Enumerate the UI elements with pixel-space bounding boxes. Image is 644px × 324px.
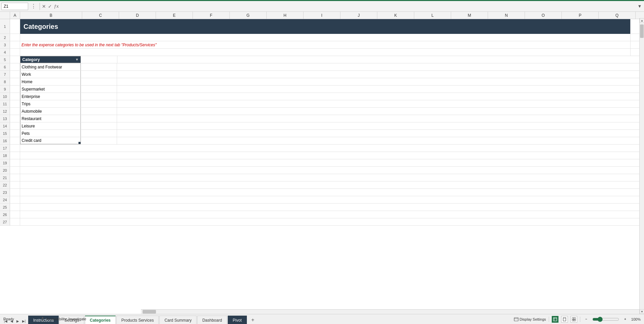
cell-rest-25[interactable] xyxy=(20,204,641,211)
row-num-4[interactable]: 4 xyxy=(0,49,10,56)
row-num-9[interactable]: 9 xyxy=(0,86,10,93)
cell-C6[interactable] xyxy=(81,63,117,70)
cell-A11[interactable] xyxy=(10,100,20,107)
cell-B14[interactable]: Leisure xyxy=(20,122,81,129)
cell-reference-box[interactable] xyxy=(1,3,28,10)
cell-rest-14[interactable] xyxy=(117,122,644,129)
col-header-M[interactable]: M xyxy=(451,12,488,19)
accessibility-text[interactable]: Accessibility: Investigate xyxy=(46,317,86,321)
cell-C11[interactable] xyxy=(81,100,117,107)
cell-rest-17[interactable] xyxy=(20,145,641,152)
cell-C16[interactable] xyxy=(81,137,117,144)
scroll-down-arrow[interactable]: ▼ xyxy=(640,309,644,314)
cell-B15[interactable]: Pets xyxy=(20,130,81,137)
cell-A27[interactable] xyxy=(10,218,20,225)
cell-B3-instruction[interactable]: Enter the expense categories to be used … xyxy=(20,41,631,48)
cell-rest-22[interactable] xyxy=(20,181,641,188)
cell-rest-7[interactable] xyxy=(117,71,644,78)
tab-dashboard[interactable]: Dashboard xyxy=(197,316,227,324)
col-header-R[interactable]: R xyxy=(636,12,644,19)
cell-A4[interactable] xyxy=(10,49,20,56)
normal-view-button[interactable] xyxy=(552,316,558,323)
page-break-view-button[interactable] xyxy=(571,316,577,323)
row-num-24[interactable]: 24 xyxy=(0,196,10,203)
cell-A15[interactable] xyxy=(10,130,20,137)
cell-A1[interactable] xyxy=(10,19,20,34)
col-header-L[interactable]: L xyxy=(414,12,451,19)
tab-pivot[interactable]: Pivot xyxy=(228,316,247,324)
cell-C7[interactable] xyxy=(81,71,117,78)
tab-scroll-right-icon[interactable]: ▶ xyxy=(15,318,21,324)
scroll-up-arrow[interactable]: ▲ xyxy=(640,18,644,23)
tab-categories[interactable]: Categories xyxy=(85,316,116,324)
cell-rest-9[interactable] xyxy=(117,86,644,93)
cell-C14[interactable] xyxy=(81,122,117,129)
row-num-21[interactable]: 21 xyxy=(0,174,10,181)
row-num-1[interactable]: 1 xyxy=(0,19,10,34)
row-num-27[interactable]: 27 xyxy=(0,218,10,225)
cell-C9[interactable] xyxy=(81,86,117,93)
col-header-E[interactable]: E xyxy=(156,12,193,19)
zoom-level[interactable]: 100% xyxy=(631,317,641,321)
row-num-8[interactable]: 8 xyxy=(0,78,10,85)
cell-A24[interactable] xyxy=(10,196,20,203)
row-num-5[interactable]: 5 xyxy=(0,56,10,63)
cell-C15[interactable] xyxy=(81,130,117,137)
col-header-P[interactable]: P xyxy=(562,12,599,19)
cell-rest-21[interactable] xyxy=(20,174,641,181)
cell-rest-19[interactable] xyxy=(20,159,641,166)
col-header-I[interactable]: I xyxy=(304,12,340,19)
cell-rest-15[interactable] xyxy=(117,130,644,137)
cell-C8[interactable] xyxy=(81,78,117,85)
cell-rest-12[interactable] xyxy=(117,108,644,115)
cell-A22[interactable] xyxy=(10,181,20,188)
col-header-G[interactable]: G xyxy=(230,12,267,19)
row-num-11[interactable]: 11 xyxy=(0,100,10,107)
cell-rest-23[interactable] xyxy=(20,189,641,196)
col-header-F[interactable]: F xyxy=(193,12,230,19)
cell-A18[interactable] xyxy=(10,152,20,159)
row-num-6[interactable]: 6 xyxy=(0,63,10,70)
cell-A9[interactable] xyxy=(10,86,20,93)
cell-B6[interactable]: Clothing and Footwear xyxy=(20,63,81,70)
tab-card-summary[interactable]: Card Summary xyxy=(159,316,197,324)
page-layout-view-button[interactable] xyxy=(561,316,568,323)
cell-A5[interactable] xyxy=(10,56,20,63)
cell-A19[interactable] xyxy=(10,159,20,166)
cell-A7[interactable] xyxy=(10,71,20,78)
cell-B11[interactable]: Trips xyxy=(20,100,81,107)
cell-A20[interactable] xyxy=(10,167,20,174)
cell-rest-27[interactable] xyxy=(20,218,641,225)
row-num-14[interactable]: 14 xyxy=(0,122,10,129)
cell-rest-6[interactable] xyxy=(117,63,644,70)
cell-B8[interactable]: Home xyxy=(20,78,81,85)
row-num-22[interactable]: 22 xyxy=(0,181,10,188)
cell-A12[interactable] xyxy=(10,108,20,115)
row-num-12[interactable]: 12 xyxy=(0,108,10,115)
cell-B2[interactable] xyxy=(20,34,631,41)
row-num-18[interactable]: 18 xyxy=(0,152,10,159)
more-options-icon[interactable]: ⋮ xyxy=(30,3,38,9)
tab-scroll-right-last-icon[interactable]: ▶| xyxy=(21,318,27,324)
zoom-out-button[interactable]: − xyxy=(583,316,590,323)
vertical-scrollbar[interactable]: ▲ ▼ xyxy=(639,18,644,314)
cell-A23[interactable] xyxy=(10,189,20,196)
cell-rest-26[interactable] xyxy=(20,211,641,218)
cell-rest-16[interactable] xyxy=(117,137,644,144)
row-num-26[interactable]: 26 xyxy=(0,211,10,218)
display-settings-button[interactable]: Display Settings xyxy=(514,317,546,322)
cell-rest-13[interactable] xyxy=(117,115,644,122)
cell-A17[interactable] xyxy=(10,145,20,152)
confirm-formula-icon[interactable]: ✓ xyxy=(48,4,52,9)
col-header-N[interactable]: N xyxy=(488,12,525,19)
cell-B10[interactable]: Enterprise xyxy=(20,93,81,100)
cell-A10[interactable] xyxy=(10,93,20,100)
row-num-3[interactable]: 3 xyxy=(0,41,10,48)
row-num-13[interactable]: 13 xyxy=(0,115,10,122)
cell-rest-11[interactable] xyxy=(117,100,644,107)
cell-B5-category-header[interactable]: Category ▼ xyxy=(20,56,81,63)
row-num-16[interactable]: 16 xyxy=(0,137,10,144)
col-header-H[interactable]: H xyxy=(267,12,304,19)
scroll-track-vertical[interactable] xyxy=(640,23,644,309)
table-resize-handle[interactable] xyxy=(78,142,80,144)
